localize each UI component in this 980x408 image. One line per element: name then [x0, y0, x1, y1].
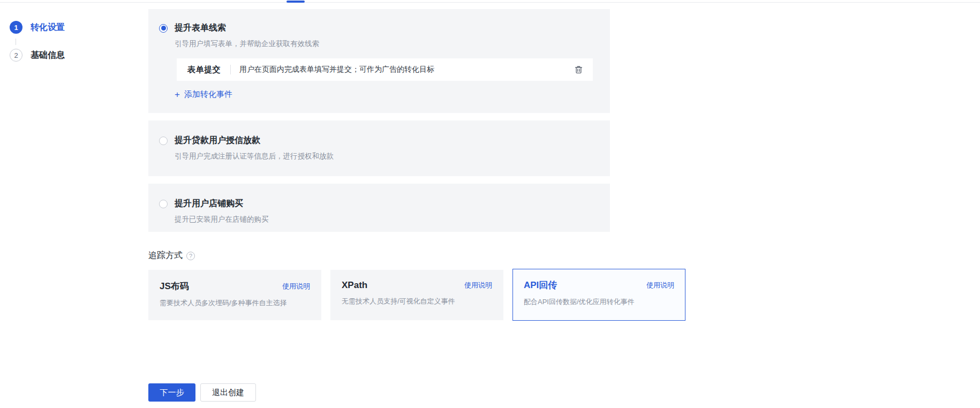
conversion-event-row: 表单提交 用户在页面内完成表单填写并提交；可作为广告的转化目标	[177, 58, 593, 81]
usage-guide-link[interactable]: 使用说明	[464, 281, 492, 290]
next-step-button[interactable]: 下一步	[148, 383, 195, 402]
add-conversion-event-link[interactable]: + 添加转化事件	[175, 89, 232, 100]
usage-guide-link[interactable]: 使用说明	[646, 281, 674, 290]
event-description: 用户在页面内完成表单填写并提交；可作为广告的转化目标	[239, 65, 572, 74]
option-store-purchase[interactable]: 提升用户店铺购买	[148, 184, 610, 209]
option-store-purchase-section: 提升用户店铺购买 提升已安装用户在店铺的购买	[148, 184, 610, 232]
card-header: API回传 使用说明	[524, 279, 674, 291]
option-title: 提升表单线索	[175, 22, 226, 34]
footer-actions: 下一步 退出创建	[148, 383, 256, 402]
tracking-card-xpath[interactable]: XPath 使用说明 无需技术人员支持/可视化自定义事件	[330, 270, 503, 320]
step-1-label: 转化设置	[31, 22, 65, 33]
option-description: 引导用户完成注册认证等信息后，进行授权和放款	[175, 152, 593, 161]
tracking-card-js[interactable]: JS布码 使用说明 需要技术人员多次埋码/多种事件自主选择	[148, 270, 321, 320]
tracking-method-label-row: 追踪方式 ?	[148, 250, 195, 261]
event-name: 表单提交	[187, 65, 221, 75]
tracking-method-label: 追踪方式	[148, 250, 183, 261]
active-tab-indicator	[287, 1, 305, 3]
option-title: 提升用户店铺购买	[175, 198, 243, 209]
top-divider	[0, 2, 980, 3]
step-2-circle: 2	[10, 49, 22, 62]
card-header: JS布码 使用说明	[160, 280, 310, 292]
radio-checked-icon[interactable]	[159, 24, 168, 33]
option-loan-credit[interactable]: 提升贷款用户授信放款	[148, 120, 610, 146]
card-header: XPath 使用说明	[342, 280, 492, 291]
card-description: 配合API回传数据/优化应用转化事件	[524, 297, 674, 307]
card-description: 需要技术人员多次埋码/多种事件自主选择	[160, 298, 310, 308]
vertical-divider	[230, 65, 231, 74]
conversion-setup-page: 1 转化设置 2 基础信息 提升表单线索 引导用户填写表单，并帮助企业获取有效线…	[0, 0, 980, 408]
usage-guide-link[interactable]: 使用说明	[282, 282, 310, 291]
exit-create-button[interactable]: 退出创建	[200, 383, 256, 402]
option-form-leads[interactable]: 提升表单线索	[148, 9, 610, 34]
option-loan-credit-section: 提升贷款用户授信放款 引导用户完成注册认证等信息后，进行授权和放款	[148, 120, 610, 176]
card-title: JS布码	[160, 280, 189, 292]
option-description: 引导用户填写表单，并帮助企业获取有效线索	[175, 39, 593, 49]
step-1-circle: 1	[10, 21, 22, 34]
option-description: 提升已安装用户在店铺的购买	[175, 215, 593, 224]
option-title: 提升贷款用户授信放款	[175, 135, 260, 146]
trash-icon[interactable]	[572, 64, 584, 75]
radio-unchecked-icon[interactable]	[159, 137, 168, 145]
card-title: API回传	[524, 279, 557, 291]
question-circle-icon[interactable]: ?	[186, 252, 195, 260]
tracking-method-cards: JS布码 使用说明 需要技术人员多次埋码/多种事件自主选择 XPath 使用说明…	[148, 270, 685, 321]
tracking-card-api[interactable]: API回传 使用说明 配合API回传数据/优化应用转化事件	[512, 269, 685, 321]
step-2-label: 基础信息	[31, 50, 65, 61]
card-title: XPath	[342, 280, 367, 291]
step-conversion-settings[interactable]: 1 转化设置	[10, 21, 65, 34]
plus-icon: +	[175, 90, 180, 99]
step-basic-info[interactable]: 2 基础信息	[10, 49, 65, 62]
option-form-leads-section: 提升表单线索 引导用户填写表单，并帮助企业获取有效线索 表单提交 用户在页面内完…	[148, 9, 610, 113]
radio-unchecked-icon[interactable]	[159, 200, 168, 208]
step-connector-line	[16, 39, 16, 45]
card-description: 无需技术人员支持/可视化自定义事件	[342, 297, 492, 306]
add-conversion-event-label: 添加转化事件	[184, 89, 232, 100]
